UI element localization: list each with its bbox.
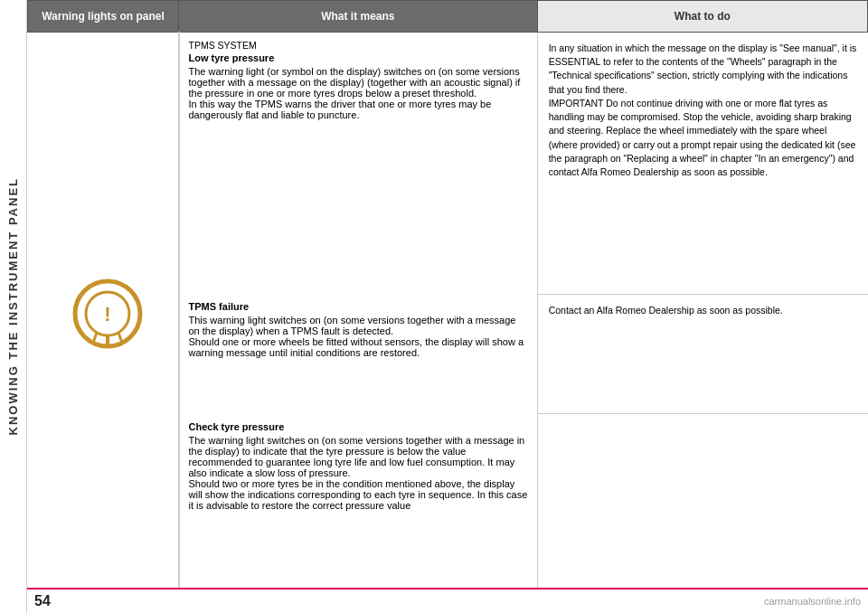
info-table: Warning lights on panel What it means Wh… (27, 0, 868, 588)
page-number: 54 (34, 593, 51, 609)
tpms-system-cell: TPMS SYSTEM Low tyre pressure The warnin… (179, 33, 538, 295)
tpms-failure-cell: TPMS failure This warning light switches… (179, 294, 538, 413)
what-to-do-tpms-failure: Contact an Alfa Romeo Dealership as soon… (537, 294, 867, 413)
what-to-do-check-tyre (537, 414, 867, 588)
header-col3: What to do (537, 1, 867, 33)
icon-cell: ! (28, 33, 179, 589)
table-header-row: Warning lights on panel What it means Wh… (28, 1, 868, 33)
main-content: Warning lights on panel What it means Wh… (27, 0, 868, 613)
header-col2: What it means (179, 1, 538, 33)
page-footer: 54 carmanualsonline.info (27, 588, 868, 613)
tpms-system-body: The warning light (or symbol on the disp… (189, 66, 528, 120)
sidebar-label: KNOWING THE INSTRUMENT PANEL (0, 0, 27, 613)
check-tyre-title: Check tyre pressure (189, 421, 528, 432)
page-wrapper: KNOWING THE INSTRUMENT PANEL Warning lig… (0, 0, 868, 613)
tpms-warning-icon: ! (71, 278, 135, 341)
what-to-do-tpms-low-text: In any situation in which the message on… (549, 42, 857, 179)
watermark-text: carmanualsonline.info (764, 596, 861, 607)
tpms-system-title: TPMS SYSTEM (189, 40, 528, 51)
table-row: ! TPMS SYSTEM Low tyre pressu (28, 33, 868, 295)
svg-line-4 (93, 333, 97, 343)
svg-text:!: ! (104, 303, 110, 325)
tpms-system-subtitle: Low tyre pressure (189, 52, 528, 63)
what-to-do-tpms-low: In any situation in which the message on… (537, 33, 867, 295)
header-col1: Warning lights on panel (28, 1, 179, 33)
check-tyre-body: The warning light switches on (on some v… (189, 435, 528, 511)
check-tyre-cell: Check tyre pressure The warning light sw… (179, 414, 538, 588)
tpms-failure-title: TPMS failure (189, 301, 528, 312)
check-tyre-section: Check tyre pressure The warning light sw… (180, 414, 537, 518)
tpms-failure-section: TPMS failure This warning light switches… (180, 294, 537, 365)
sidebar-text: KNOWING THE INSTRUMENT PANEL (6, 177, 20, 435)
what-to-do-tpms-failure-text: Contact an Alfa Romeo Dealership as soon… (549, 304, 857, 317)
svg-line-5 (118, 333, 122, 343)
tpms-failure-body: This warning light switches on (on some … (189, 315, 528, 358)
tpms-system-section: TPMS SYSTEM Low tyre pressure The warnin… (180, 33, 537, 127)
